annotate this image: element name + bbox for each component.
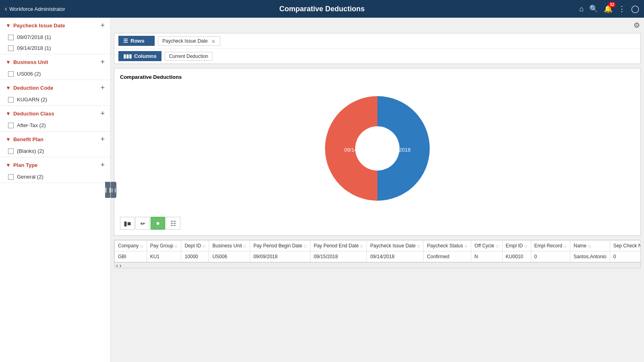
- sidebar: ▼ Paycheck Issue Date + 09/07/2018 (1) 0…: [0, 18, 111, 362]
- checkbox-benefit-plan[interactable]: [8, 148, 14, 154]
- sidebar-item-label: KUGARN (2): [17, 97, 47, 103]
- rows-chip-paycheck-issue-date[interactable]: Paycheck Issue Date ⨯: [158, 36, 220, 46]
- col-empl-id: Empl ID ◇: [502, 241, 531, 251]
- settings-gear-icon[interactable]: ⚙: [634, 21, 640, 30]
- back-button[interactable]: ‹ Workforce Administrator: [5, 5, 65, 12]
- col-off-cycle: Off Cycle ◇: [471, 241, 502, 251]
- table-header-row: Company ◇ Pay Group ◇ Dept ID ◇ Business…: [115, 241, 641, 251]
- home-icon[interactable]: ⌂: [579, 5, 584, 13]
- content-area: ⚙ ☰ Rows Paycheck Issue Date ⨯ ▮▮▮ Colum…: [111, 18, 644, 362]
- chip-label: Current Deduction: [169, 53, 208, 59]
- cell-status: Confirmed: [424, 251, 471, 262]
- sidebar-section-business-unit: ▼ Business Unit + US006 (2): [0, 54, 110, 80]
- chevron-down-icon: ▼: [6, 59, 11, 65]
- data-table: Company ◇ Pay Group ◇ Dept ID ◇ Business…: [114, 240, 641, 262]
- chart-title: Comparative Deductions: [120, 74, 635, 80]
- checkbox-deduction-code[interactable]: [8, 97, 14, 103]
- checkbox-paycheck-date-2[interactable]: [8, 45, 14, 51]
- sidebar-section-title-benefit-plan: ▼ Benefit Plan: [6, 136, 43, 142]
- sidebar-section-header-deduction-class[interactable]: ▼ Deduction Class +: [0, 106, 110, 120]
- col-name: Name ◇: [570, 241, 610, 251]
- checkbox-business-unit[interactable]: [8, 71, 14, 77]
- col-pay-group: Pay Group ◇: [147, 241, 181, 251]
- sidebar-section-paycheck-issue-date: ▼ Paycheck Issue Date + 09/07/2018 (1) 0…: [0, 18, 110, 54]
- add-business-unit-icon[interactable]: +: [100, 58, 105, 66]
- sidebar-section-header-benefit-plan[interactable]: ▼ Benefit Plan +: [0, 132, 110, 146]
- col-pay-period-begin-date: Pay Period Begin Date ◇: [250, 241, 311, 251]
- cell-empl-id: KU0010: [502, 251, 531, 262]
- list-item: After-Tax (2): [0, 120, 110, 131]
- list-item: 09/07/2018 (1): [0, 32, 110, 43]
- cell-begin-date: 09/09/2018: [250, 251, 311, 262]
- sidebar-item-label: General (2): [17, 174, 43, 180]
- table-row: GBI KU1 10000 US006 09/09/2018 09/15/201…: [115, 251, 641, 262]
- sidebar-section-title-paycheck-issue-date: ▼ Paycheck Issue Date: [6, 23, 65, 29]
- sidebar-right-tab[interactable]: ❙❙: [111, 182, 116, 198]
- checkbox-paycheck-date-1[interactable]: [8, 35, 14, 40]
- sidebar-section-header-deduction-code[interactable]: ▼ Deduction Code +: [0, 80, 110, 95]
- page-title: Comparative Deductions: [279, 5, 364, 13]
- add-benefit-plan-icon[interactable]: +: [100, 136, 105, 143]
- col-pay-period-end-date: Pay Period End Date ◇: [310, 241, 367, 251]
- list-item: 09/14/2018 (1): [0, 43, 110, 54]
- pie-chart-button[interactable]: ●: [151, 217, 165, 230]
- add-deduction-code-icon[interactable]: +: [100, 84, 105, 91]
- pie-chart: 09/14/2018 09/07/2018: [317, 88, 438, 209]
- header-icons: ⌂ 🔍 🔔 32 ⋮ ◯: [579, 4, 639, 13]
- sidebar-section-deduction-class: ▼ Deduction Class + After-Tax (2): [0, 106, 110, 132]
- table-chart-button[interactable]: ☷: [166, 217, 180, 230]
- sidebar-section-benefit-plan: ▼ Benefit Plan + (Blanks) (2): [0, 132, 110, 157]
- pie-label-2: 09/07/2018: [384, 147, 410, 153]
- chevron-down-icon: ▼: [6, 111, 11, 117]
- bar-chart-button[interactable]: ▮■: [120, 217, 135, 230]
- columns-filter-row: ▮▮▮ Columns Current Deduction: [114, 49, 640, 64]
- scroll-right-icon[interactable]: ›: [120, 262, 122, 269]
- cell-empl-record: 0: [531, 251, 570, 262]
- checkbox-plan-type[interactable]: [8, 174, 14, 180]
- columns-chip-current-deduction[interactable]: Current Deduction: [165, 52, 213, 61]
- back-label: Workforce Administrator: [9, 6, 65, 12]
- add-paycheck-issue-date-icon[interactable]: +: [100, 22, 105, 29]
- sidebar-section-title-deduction-code: ▼ Deduction Code: [6, 85, 54, 91]
- sidebar-section-header-plan-type[interactable]: ▼ Plan Type +: [0, 157, 110, 172]
- scroll-left-icon[interactable]: ‹: [116, 262, 118, 269]
- chip-label: Paycheck Issue Date: [162, 38, 208, 44]
- user-icon[interactable]: ◯: [631, 4, 639, 13]
- rows-label: ☰ Rows: [118, 36, 155, 46]
- sidebar-item-label: After-Tax (2): [17, 122, 46, 128]
- sidebar-item-label: (Blanks) (2): [17, 148, 44, 154]
- chart-type-buttons: ▮■ ↚ ● ☷: [120, 217, 635, 230]
- notifications-icon[interactable]: 🔔 32: [604, 4, 613, 13]
- columns-icon: ▮▮▮: [123, 53, 132, 59]
- filter-panel: ☰ Rows Paycheck Issue Date ⨯ ▮▮▮ Columns…: [114, 33, 641, 64]
- sidebar-section-header-business-unit[interactable]: ▼ Business Unit +: [0, 54, 110, 69]
- list-item: General (2): [0, 172, 110, 183]
- header: ‹ Workforce Administrator Comparative De…: [0, 0, 644, 18]
- cell-dept-id: 10000: [181, 251, 209, 262]
- rows-icon: ☰: [123, 38, 128, 44]
- cell-name: Santos,Antonio: [570, 251, 610, 262]
- add-plan-type-icon[interactable]: +: [100, 161, 105, 169]
- checkbox-deduction-class[interactable]: [8, 123, 14, 128]
- sidebar-collapse-tab[interactable]: ❙❙: [105, 182, 111, 198]
- sidebar-section-title-plan-type: ▼ Plan Type: [6, 162, 37, 168]
- sidebar-section-header-paycheck-issue-date[interactable]: ▼ Paycheck Issue Date +: [0, 18, 110, 32]
- chip-remove-icon[interactable]: ⨯: [211, 38, 216, 44]
- add-deduction-class-icon[interactable]: +: [100, 110, 105, 117]
- cell-pay-group: KU1: [147, 251, 181, 262]
- col-paycheck-issue-date: Paycheck Issue Date ◇: [367, 241, 424, 251]
- col-company: Company ◇: [115, 241, 147, 251]
- col-paycheck-status: Paycheck Status ◇: [424, 241, 471, 251]
- chart-area: 09/14/2018 09/07/2018: [120, 84, 635, 213]
- sidebar-section-plan-type: ▼ Plan Type + General (2): [0, 157, 110, 183]
- line-chart-button[interactable]: ↚: [135, 217, 150, 230]
- sidebar-item-label: 09/14/2018 (1): [17, 45, 51, 51]
- data-table-container: Company ◇ Pay Group ◇ Dept ID ◇ Business…: [114, 240, 641, 268]
- more-options-icon[interactable]: ⋮: [618, 4, 625, 13]
- chevron-down-icon: ▼: [6, 136, 11, 142]
- search-icon[interactable]: 🔍: [589, 4, 598, 13]
- main-layout: ▼ Paycheck Issue Date + 09/07/2018 (1) 0…: [0, 18, 644, 362]
- notification-badge: 32: [608, 2, 616, 7]
- sidebar-section-title-business-unit: ▼ Business Unit: [6, 59, 48, 65]
- cell-issue-date: 09/14/2018: [367, 251, 424, 262]
